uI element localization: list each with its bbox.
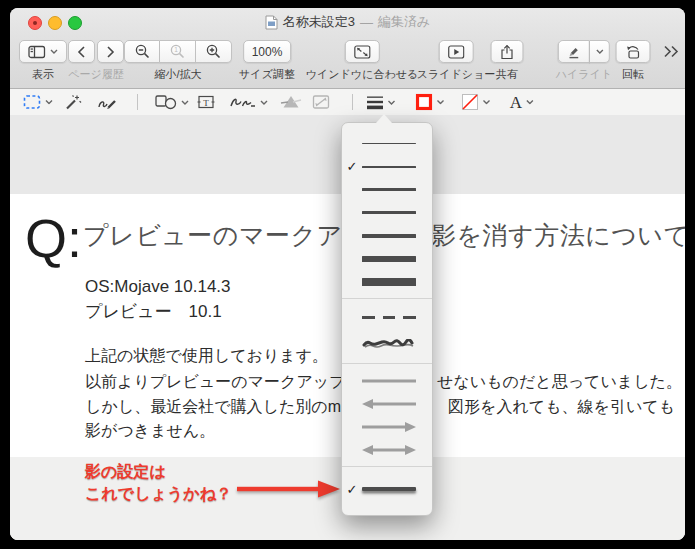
text-style-icon: A <box>510 94 522 111</box>
chevron-down-icon <box>437 100 445 105</box>
window-title: 名称未設定3 <box>283 13 355 31</box>
chevron-down-icon <box>483 100 491 105</box>
line-style-option-arrow-both[interactable] <box>342 438 432 461</box>
line-style-option-plain[interactable] <box>342 369 432 392</box>
document-heading-right: 影を消す方法について <box>431 219 685 252</box>
instant-alpha-button[interactable] <box>64 94 82 111</box>
shapes-icon <box>155 94 177 110</box>
share-label: 共有 <box>496 67 518 82</box>
annotation-line-1: 影の設定は <box>85 461 232 483</box>
highlight-menu-button[interactable] <box>590 40 610 63</box>
line-style-option-weight-8[interactable] <box>342 270 432 293</box>
title-separator: — <box>360 15 373 30</box>
line-swatch <box>362 234 416 238</box>
chevron-down-icon <box>181 100 189 105</box>
line-style-button[interactable] <box>367 94 396 110</box>
text-style-button[interactable]: A <box>510 94 534 111</box>
line-style-option-weight-3[interactable] <box>342 178 432 201</box>
share-button[interactable] <box>491 40 524 63</box>
line-swatch <box>362 444 416 456</box>
body-line-3-right: 図形を入れても、線を引いても <box>448 399 675 415</box>
line-style-option-weight-4[interactable] <box>342 224 432 247</box>
chevron-left-icon <box>77 46 86 58</box>
line-swatch <box>362 339 416 351</box>
markup-toolbar: T <box>10 89 685 116</box>
sketch-tool-button[interactable] <box>97 94 117 110</box>
zoom-out-button[interactable] <box>124 40 160 63</box>
view-button[interactable] <box>19 40 67 63</box>
chevron-down-icon <box>260 100 268 105</box>
svg-text:1: 1 <box>174 46 178 53</box>
chevron-right-icon <box>106 46 115 58</box>
line-swatch-graphic <box>362 421 416 433</box>
rotate-button[interactable] <box>616 40 651 63</box>
toolbar-overflow[interactable] <box>662 45 680 58</box>
fit-window-button[interactable] <box>344 40 379 63</box>
slideshow-label: スライドショー <box>417 67 496 82</box>
titlebar[interactable]: 名称未設定3 — 編集済み <box>10 8 685 36</box>
chevron-down-icon <box>45 100 53 105</box>
rotate-left-icon <box>625 44 642 59</box>
fit-window-label: ウインドウに合わせる <box>306 67 418 82</box>
popover-separator <box>342 466 432 467</box>
line-swatch <box>362 188 416 191</box>
adjust-color-button[interactable] <box>280 94 302 110</box>
svg-text:T: T <box>203 98 209 108</box>
zoom-in-button[interactable] <box>196 40 232 63</box>
fill-color-button[interactable] <box>462 94 491 111</box>
actual-size-button[interactable]: 1 <box>160 40 196 63</box>
size-adjust-label: サイズ調整 <box>239 67 295 82</box>
line-style-option-dashed[interactable] <box>342 304 432 331</box>
magic-wand-icon <box>64 94 82 111</box>
popover-separator <box>342 363 432 364</box>
fit-window-group: ウインドウに合わせる <box>306 40 418 82</box>
share-icon <box>500 44 515 60</box>
line-swatch-graphic <box>362 444 416 456</box>
preview-version-line: プレビュー 10.1 <box>85 303 222 320</box>
zoom-value-button[interactable]: 100% <box>243 40 292 63</box>
line-swatch <box>362 166 416 168</box>
line-style-option-arrow-right[interactable] <box>342 415 432 438</box>
line-swatch <box>362 487 416 491</box>
border-color-icon <box>416 94 433 111</box>
line-style-option-scribble[interactable] <box>342 331 432 358</box>
highlight-button[interactable] <box>558 40 590 63</box>
shapes-tool-button[interactable] <box>155 94 189 110</box>
line-style-option-weight-1[interactable] <box>342 132 432 155</box>
highlight-label: ハイライト <box>556 67 612 82</box>
page-back-button[interactable] <box>68 40 95 63</box>
line-style-option-weight-2[interactable]: ✓ <box>342 155 432 178</box>
text-tool-button[interactable]: T <box>197 94 215 110</box>
red-annotation-text: 影の設定は これでしょうかね？ <box>85 461 232 505</box>
page-history-group: ページ履歴 <box>68 40 124 82</box>
line-style-option-weight-6[interactable] <box>342 247 432 270</box>
sketch-pen-icon <box>97 94 117 110</box>
selection-tool-button[interactable] <box>23 95 53 110</box>
magnifier-one-icon: 1 <box>170 44 185 59</box>
page-forward-button[interactable] <box>97 40 124 63</box>
slideshow-icon <box>447 45 464 59</box>
border-color-button[interactable] <box>416 94 445 111</box>
toolbar-divider <box>352 94 353 110</box>
line-swatch-graphic <box>362 398 416 410</box>
slideshow-button[interactable] <box>438 40 473 63</box>
sign-tool-button[interactable] <box>230 95 268 109</box>
fill-color-none-icon <box>462 94 479 111</box>
text-box-icon: T <box>197 94 215 110</box>
rotate-label: 回転 <box>622 67 644 82</box>
question-mark-heading: Q: <box>25 211 82 265</box>
line-swatch-graphic <box>362 375 416 387</box>
signature-icon <box>230 95 256 109</box>
adjust-size-button[interactable] <box>312 94 330 110</box>
prism-icon <box>280 94 302 110</box>
line-style-option-arrow-left[interactable] <box>342 392 432 415</box>
line-style-option-shadow[interactable]: ✓ <box>342 472 432 506</box>
checkmark-icon: ✓ <box>342 483 362 496</box>
line-style-option-weight-3.5[interactable] <box>342 201 432 224</box>
line-swatch <box>362 398 416 410</box>
line-swatch <box>362 421 416 433</box>
line-swatch <box>362 143 416 144</box>
slideshow-group: スライドショー <box>417 40 496 82</box>
line-swatch <box>362 278 416 286</box>
line-swatch <box>362 211 416 215</box>
